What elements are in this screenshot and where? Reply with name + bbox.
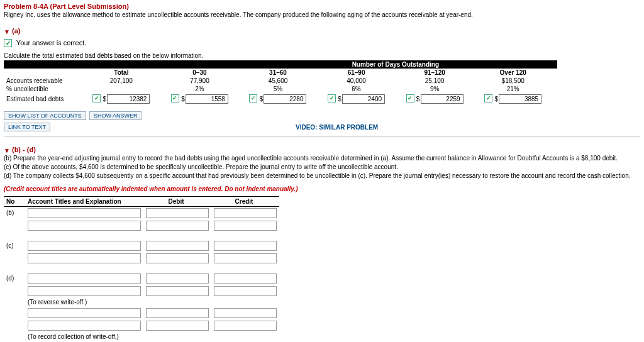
je-c1-title-input[interactable] <box>28 241 141 251</box>
pct-91-120: 9% <box>396 85 474 93</box>
je-row-b-label: (b) <box>4 206 25 219</box>
je-c2-title-input[interactable] <box>28 253 141 263</box>
je-d2-title-input[interactable] <box>28 286 141 296</box>
je-d1-credit-input[interactable] <box>214 273 277 284</box>
row-pct-label: % uncollectible <box>4 85 82 93</box>
je-b1-title-input[interactable] <box>28 208 141 218</box>
je-d3-debit-input[interactable] <box>146 308 209 318</box>
est-0-30[interactable]: 1558 <box>186 94 228 104</box>
caret-down-icon: ▼ <box>4 28 10 35</box>
col-91-120-header: 91–120 <box>396 69 474 77</box>
est-31-60[interactable]: 2280 <box>264 94 306 104</box>
table-caption: Number of Days Outstanding <box>317 60 474 69</box>
je-d4-debit-input[interactable] <box>146 321 209 331</box>
desc-line-b: (b) Prepare the year-end adjusting journ… <box>4 154 640 163</box>
answer-correct-text: Your answer is correct. <box>16 39 86 47</box>
desc-line-c: (c) Of the above accounts, $4,600 is det… <box>4 163 640 172</box>
je-c1-debit-input[interactable] <box>146 241 209 251</box>
est-91-120[interactable]: 2259 <box>421 94 464 104</box>
col-61-90-header: 61–90 <box>317 69 396 77</box>
je-header-titles: Account Titles and Explanation <box>25 196 143 206</box>
je-c2-credit-input[interactable] <box>214 253 277 263</box>
part-a-toggle[interactable]: ▼ (a) <box>4 27 640 35</box>
caption-reverse: (To reverse write-off.) <box>25 297 279 307</box>
est-total[interactable]: 12382 <box>107 94 150 104</box>
je-d4-credit-input[interactable] <box>214 321 277 331</box>
je-d1-debit-input[interactable] <box>146 273 209 284</box>
ar-91-120: 25,100 <box>396 77 474 85</box>
je-b2-credit-input[interactable] <box>214 221 277 231</box>
part-a-label: (a) <box>12 27 20 35</box>
col-total-header: Total <box>82 69 161 77</box>
pct-total <box>82 85 161 93</box>
je-b1-credit-input[interactable] <box>214 208 277 218</box>
pct-61-90: 6% <box>317 85 396 93</box>
ar-total: 207,100 <box>82 77 161 85</box>
ar-0-30: 77,900 <box>160 77 239 85</box>
caption-record: (To record collection of write-off.) <box>25 332 279 341</box>
check-icon: ✓ <box>249 94 257 102</box>
est-over-120[interactable]: 3885 <box>499 94 541 104</box>
je-c2-debit-input[interactable] <box>146 253 209 263</box>
je-header-credit: Credit <box>211 196 279 206</box>
check-icon: ✓ <box>484 94 492 102</box>
check-icon: ✓ <box>171 94 179 102</box>
ar-over-120: $18,500 <box>474 77 552 85</box>
je-d2-debit-input[interactable] <box>146 286 209 296</box>
part-bd-label: (b) - (d) <box>12 146 36 153</box>
aging-table: Number of Days Outstanding Total 0–30 31… <box>4 60 557 105</box>
row-est-label: Estimated bad debts <box>4 93 82 105</box>
col-over-120-header: Over 120 <box>474 69 552 77</box>
je-row-c-label: (c) <box>4 240 25 252</box>
check-icon: ✓ <box>406 94 414 102</box>
indent-note: (Credit account titles are automatically… <box>4 185 640 192</box>
video-similar-problem-link[interactable]: VIDEO: SIMILAR PROBLEM <box>296 124 378 131</box>
ar-31-60: 45,600 <box>239 77 318 85</box>
je-d3-credit-input[interactable] <box>214 308 277 318</box>
je-row-d-label: (d) <box>4 272 25 285</box>
part-bd-description: (b) Prepare the year-end adjusting journ… <box>4 154 640 180</box>
caret-down-icon: ▼ <box>4 147 10 154</box>
pct-0-30: 2% <box>160 85 239 93</box>
je-b2-debit-input[interactable] <box>146 221 209 231</box>
je-d1-title-input[interactable] <box>28 273 141 284</box>
show-list-button[interactable]: SHOW LIST OF ACCOUNTS <box>4 111 86 120</box>
row-ar-label: Accounts receivable <box>4 77 82 85</box>
est-61-90[interactable]: 2400 <box>342 94 385 104</box>
link-to-text-button[interactable]: LINK TO TEXT <box>4 123 50 131</box>
je-d4-title-input[interactable] <box>28 321 141 331</box>
pct-31-60: 5% <box>239 85 318 93</box>
check-icon: ✓ <box>4 39 12 47</box>
part-bd-toggle[interactable]: ▼ (b) - (d) <box>4 146 640 154</box>
check-icon: ✓ <box>92 94 101 102</box>
je-header-no: No <box>4 196 25 206</box>
je-d2-credit-input[interactable] <box>214 286 277 296</box>
part-a-instruction: Calculate the total estimated bad debts … <box>4 52 640 59</box>
answer-correct-line: ✓ Your answer is correct. <box>4 39 640 48</box>
ar-61-90: 40,000 <box>317 77 396 85</box>
check-icon: ✓ <box>328 94 336 102</box>
journal-entry-table: No Account Titles and Explanation Debit … <box>4 196 279 341</box>
je-b1-debit-input[interactable] <box>146 208 209 218</box>
pct-over-120: 21% <box>474 85 552 93</box>
col-31-60-header: 31–60 <box>239 69 318 77</box>
je-c1-credit-input[interactable] <box>214 241 277 251</box>
je-header-debit: Debit <box>143 196 211 206</box>
problem-title: Problem 8-4A (Part Level Submission) <box>4 3 640 10</box>
je-d3-title-input[interactable] <box>28 308 141 318</box>
desc-line-d: (d) The company collects $4,600 subseque… <box>4 172 640 180</box>
col-0-30-header: 0–30 <box>160 69 239 77</box>
show-answer-button[interactable]: SHOW ANSWER <box>89 111 142 120</box>
problem-intro: Rigney Inc. uses the allowance method to… <box>4 11 640 18</box>
section-divider <box>4 136 640 137</box>
je-b2-title-input[interactable] <box>28 221 141 231</box>
